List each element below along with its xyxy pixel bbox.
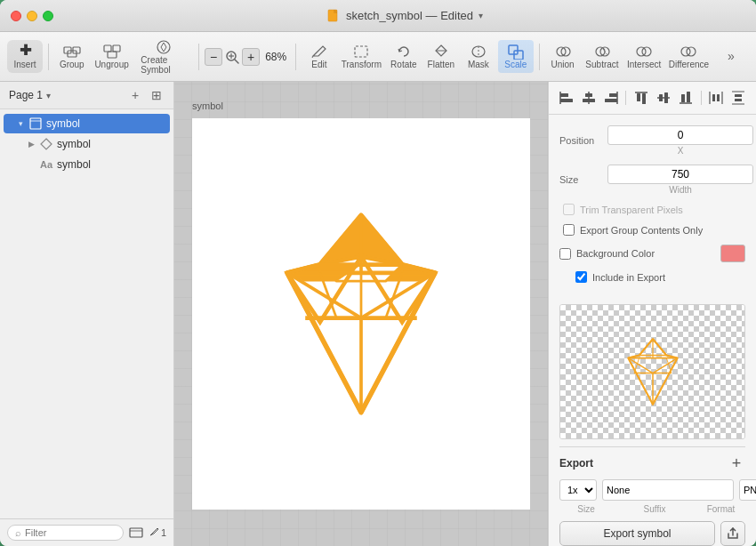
svg-rect-68	[605, 99, 617, 102]
more-icon: »	[728, 50, 735, 62]
svg-point-29	[687, 47, 696, 56]
svg-rect-62	[560, 99, 573, 102]
artboard-icon	[28, 116, 43, 131]
subtract-icon	[593, 44, 611, 60]
size-width-input[interactable]	[607, 165, 753, 184]
position-row: Position X Y	[559, 125, 745, 156]
export-group-label: Export Group Contents Only	[580, 225, 703, 236]
svg-rect-77	[687, 92, 690, 102]
export-symbol-button[interactable]: Export symbol	[559, 521, 715, 546]
rotate-label: Rotate	[390, 60, 416, 69]
close-button[interactable]	[11, 11, 21, 21]
align-top-button[interactable]	[631, 87, 651, 108]
mask-label: Mask	[468, 60, 489, 69]
align-left-button[interactable]	[556, 87, 576, 108]
export-suffix-input[interactable]	[602, 479, 734, 501]
align-divider-1	[625, 91, 626, 105]
distribute-v-button[interactable]	[728, 87, 749, 108]
distribute-h-button[interactable]	[706, 87, 727, 108]
page-edit-button[interactable]: 1	[149, 527, 166, 538]
layer-style-button[interactable]	[129, 526, 143, 540]
zoom-plus-button[interactable]: +	[242, 48, 260, 66]
preview-checkerboard	[560, 305, 744, 438]
intersect-icon	[634, 44, 654, 60]
intersect-button[interactable]: Intersect	[623, 40, 664, 73]
export-size-select[interactable]: 1x 2x 3x	[559, 479, 597, 501]
zoom-minus-button[interactable]: −	[205, 48, 222, 66]
include-export-checkbox[interactable]	[575, 271, 587, 283]
background-color-checkbox[interactable]	[559, 248, 571, 260]
scale-label: Scale	[504, 60, 527, 69]
ungroup-button[interactable]: Ungroup	[92, 40, 133, 73]
rotate-icon	[395, 44, 413, 60]
intersect-label: Intersect	[627, 60, 661, 69]
scale-button[interactable]: Scale	[498, 40, 534, 73]
difference-button[interactable]: Difference	[666, 40, 712, 73]
layer-item-symbol-text[interactable]: Aa symbol	[4, 155, 170, 174]
svg-rect-7	[108, 52, 117, 58]
insert-button[interactable]: ✚ Insert	[7, 40, 43, 73]
difference-icon	[679, 44, 698, 60]
group-icon	[63, 44, 81, 60]
diamond-preview	[245, 189, 477, 438]
union-button[interactable]: Union	[545, 40, 581, 73]
align-middle-button[interactable]	[654, 87, 674, 108]
size-width-label: Width	[607, 185, 753, 195]
layer-item-symbol-artboard[interactable]: ▾ symbol	[4, 114, 170, 133]
align-bottom-button[interactable]	[676, 87, 696, 108]
svg-rect-30	[30, 118, 41, 129]
create-symbol-button[interactable]: Create Symbol	[133, 36, 193, 78]
transform-button[interactable]: Transform	[339, 40, 384, 73]
main-area: Page 1 ▾ + ⊞ ▾	[0, 82, 756, 546]
page-selector[interactable]: Page 1 ▾	[9, 89, 51, 101]
export-format-row: 1x 2x 3x PNG JPG SVG PDF ▲	[559, 479, 745, 501]
more-button[interactable]: »	[713, 46, 749, 68]
flatten-button[interactable]: Flatten	[423, 40, 459, 73]
size-row: Size Width Height	[559, 165, 745, 195]
filter-input[interactable]	[25, 527, 116, 538]
layer-item-symbol-group[interactable]: ▶ symbol	[4, 134, 170, 154]
maximize-button[interactable]	[43, 11, 53, 21]
divider-3	[295, 44, 296, 70]
trim-pixels-checkbox[interactable]	[563, 204, 575, 215]
share-button[interactable]	[720, 521, 745, 546]
export-size-sublabel: Size	[559, 504, 613, 514]
export-format-select[interactable]: PNG JPG SVG PDF	[739, 479, 756, 501]
edit-button[interactable]: Edit	[302, 40, 337, 73]
expand-icon[interactable]: ▾	[14, 117, 27, 130]
svg-rect-20	[514, 51, 523, 60]
align-right-button[interactable]	[600, 87, 621, 108]
align-center-h-button[interactable]	[578, 87, 599, 108]
layer-name-symbol-group: symbol	[57, 138, 91, 150]
inspector: Position X Y Size Width	[549, 115, 756, 304]
export-add-button[interactable]: +	[728, 454, 745, 472]
background-color-swatch[interactable]	[720, 245, 745, 262]
mask-button[interactable]: Mask	[461, 40, 496, 73]
minimize-button[interactable]	[27, 11, 37, 21]
expand-collapsed-icon[interactable]: ▶	[25, 138, 37, 150]
add-layer-button[interactable]: +	[127, 87, 143, 103]
align-toolbar	[549, 82, 756, 115]
insert-icon: ✚	[20, 44, 31, 58]
symbol-type-icon	[39, 137, 53, 151]
create-symbol-icon	[154, 39, 173, 55]
edit-label: Edit	[311, 60, 326, 69]
flatten-label: Flatten	[428, 60, 455, 69]
union-icon	[554, 44, 572, 60]
subtract-button[interactable]: Subtract	[583, 40, 623, 73]
group-button[interactable]: Group	[54, 40, 90, 73]
export-group-row: Export Group Contents Only	[559, 224, 745, 236]
canvas-area[interactable]: symbol	[174, 82, 548, 546]
export-group-checkbox[interactable]	[563, 224, 575, 236]
share-icon	[727, 527, 739, 540]
traffic-lights	[11, 11, 53, 21]
svg-point-28	[681, 47, 690, 56]
insert-label: Insert	[14, 60, 36, 69]
grid-view-button[interactable]: ⊞	[149, 87, 165, 103]
title-chevron[interactable]: ▾	[479, 11, 483, 20]
rotate-button[interactable]: Rotate	[386, 40, 422, 73]
position-x-input[interactable]	[607, 125, 753, 145]
artboard-label: symbol	[192, 100, 223, 111]
group-label: Group	[60, 60, 84, 69]
export-divider	[559, 446, 745, 447]
